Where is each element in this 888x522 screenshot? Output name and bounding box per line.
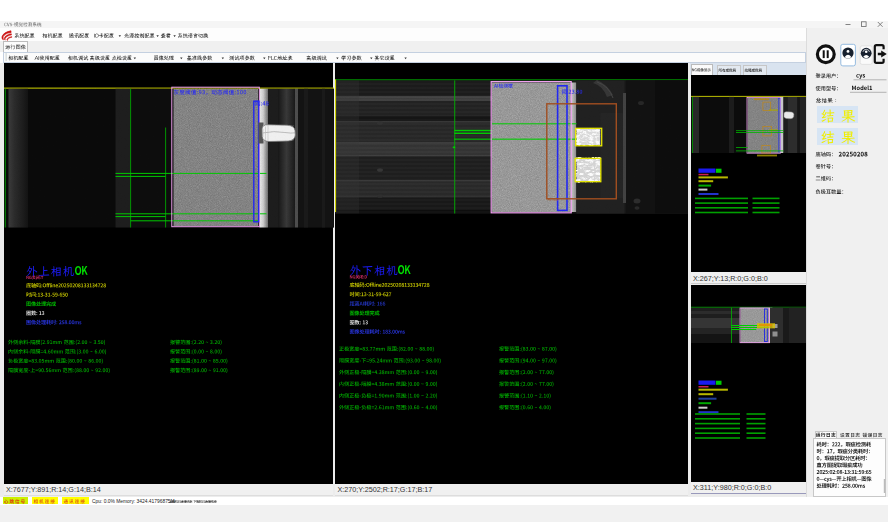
svg-text:FL 70.2: FL 70.2 [548, 198, 558, 202]
